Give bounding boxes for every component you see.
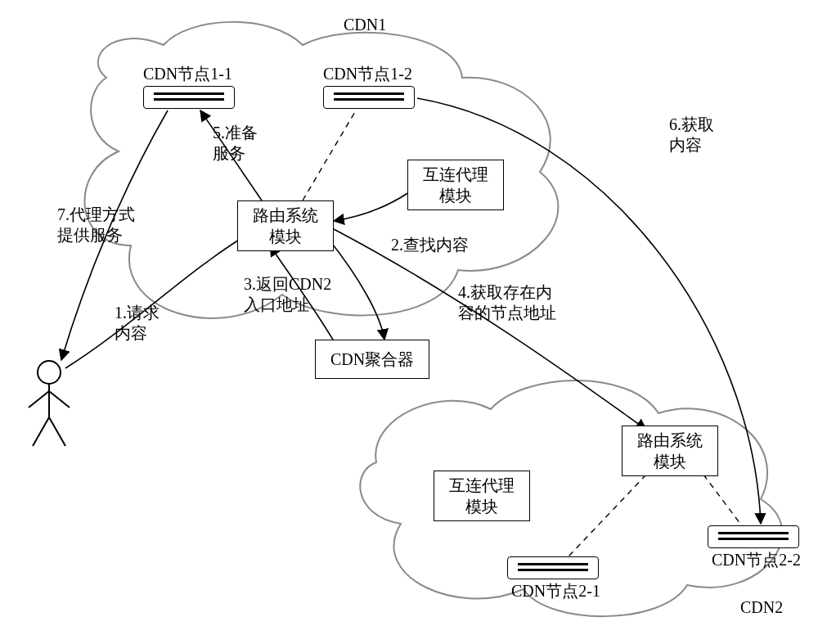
arrow-proxy1-routing1 (334, 192, 409, 221)
node21-server (507, 556, 599, 579)
step5-label: 5.准备 服务 (213, 123, 258, 164)
routing2-box: 路由系统 模块 (622, 426, 718, 476)
proxy2-box: 互连代理 模块 (434, 471, 530, 521)
dashed-routing2-node22 (703, 475, 740, 524)
dashed-routing2-node21 (569, 475, 646, 556)
step3-label: 3.返回CDN2 入口地址 (244, 274, 331, 315)
step2-label: 2.查找内容 (391, 235, 469, 255)
arrow-step2 (327, 237, 384, 340)
diagram-stage: { "cdn1": { "title": "CDN1", "node11": "… (0, 0, 818, 644)
node22-server (708, 525, 799, 548)
dashed-routing1-node12 (303, 110, 356, 200)
step7-label: 7.代理方式 提供服务 (57, 205, 135, 245)
node12-server (323, 86, 415, 109)
node11-label: CDN节点1-1 (143, 64, 232, 84)
step1-label: 1.请求 内容 (115, 303, 160, 344)
node12-label: CDN节点1-2 (323, 64, 412, 84)
aggregator-box: CDN聚合器 (315, 340, 429, 379)
cdn2-title: CDN2 (740, 597, 783, 618)
arrow-step1 (65, 233, 249, 368)
step4-label: 4.获取存在内 容的节点地址 (458, 282, 556, 323)
proxy1-box: 互连代理 模块 (407, 160, 504, 210)
node11-server (143, 86, 235, 109)
svg-point-0 (38, 361, 61, 384)
step6-label: 6.获取 内容 (669, 115, 714, 155)
cdn1-title: CDN1 (344, 15, 386, 35)
node22-label: CDN节点2-2 (712, 550, 801, 570)
arrow-step4 (334, 229, 646, 430)
routing1-box: 路由系统 模块 (237, 200, 334, 251)
node21-label: CDN节点2-1 (511, 581, 600, 601)
user-icon (29, 361, 70, 446)
